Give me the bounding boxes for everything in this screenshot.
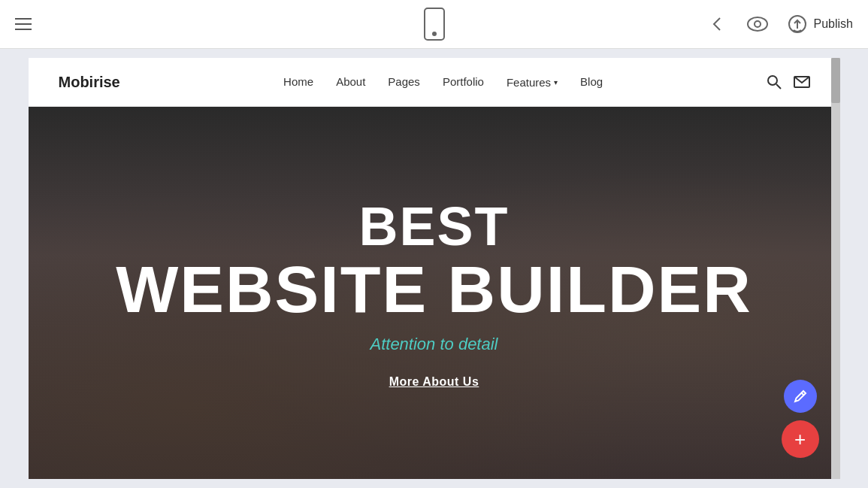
site-logo: Mobirise bbox=[59, 74, 120, 91]
scrollbar-thumb[interactable] bbox=[831, 58, 840, 103]
svg-line-5 bbox=[776, 84, 781, 89]
nav-item-features[interactable]: Features ▾ bbox=[507, 76, 558, 89]
hero-section: BEST WEBSITE BUILDER Attention to detail… bbox=[29, 107, 840, 479]
nav-item-pages[interactable]: Pages bbox=[388, 75, 420, 89]
nav-link-home[interactable]: Home bbox=[283, 75, 313, 88]
search-icon bbox=[767, 74, 782, 89]
eye-icon bbox=[746, 16, 769, 32]
pencil-icon bbox=[793, 389, 808, 404]
preview-button[interactable] bbox=[746, 16, 769, 32]
svg-point-4 bbox=[768, 76, 777, 85]
fab-add-button[interactable]: + bbox=[782, 420, 819, 458]
nav-link-about[interactable]: About bbox=[336, 75, 365, 88]
publish-label: Publish bbox=[814, 17, 853, 31]
mail-button[interactable] bbox=[794, 76, 810, 88]
fab-edit-button[interactable] bbox=[784, 380, 817, 413]
hero-subtitle: Attention to detail bbox=[116, 335, 752, 354]
nav-link-blog[interactable]: Blog bbox=[580, 75, 603, 88]
hero-cta-button[interactable]: More About Us bbox=[389, 375, 479, 389]
mobile-preview-button[interactable] bbox=[424, 8, 445, 41]
toolbar-center bbox=[424, 8, 445, 41]
site-nav-links: Home About Pages Portfolio Features ▾ Bl… bbox=[283, 75, 603, 89]
hero-content: BEST WEBSITE BUILDER Attention to detail… bbox=[116, 197, 752, 389]
fab-container: + bbox=[782, 380, 819, 458]
chevron-down-icon: ▾ bbox=[554, 78, 558, 86]
hamburger-icon bbox=[15, 18, 32, 30]
nav-item-portfolio[interactable]: Portfolio bbox=[443, 75, 484, 89]
menu-button[interactable] bbox=[15, 18, 32, 30]
nav-link-pages[interactable]: Pages bbox=[388, 75, 420, 88]
mobile-icon bbox=[424, 8, 445, 41]
nav-item-blog[interactable]: Blog bbox=[580, 75, 603, 89]
toolbar-right: Publish bbox=[707, 14, 853, 35]
main-area: Mobirise Home About Pages Portfolio Feat… bbox=[0, 49, 868, 488]
upload-icon bbox=[787, 14, 808, 35]
svg-line-7 bbox=[801, 393, 804, 396]
back-icon bbox=[707, 14, 728, 35]
toolbar-left bbox=[15, 18, 32, 30]
hero-title-line1: BEST bbox=[116, 197, 752, 256]
nav-link-features[interactable]: Features bbox=[507, 76, 551, 89]
mail-icon bbox=[794, 76, 810, 88]
back-button[interactable] bbox=[707, 14, 728, 35]
search-button[interactable] bbox=[767, 74, 782, 89]
site-navbar: Mobirise Home About Pages Portfolio Feat… bbox=[29, 58, 840, 107]
nav-item-home[interactable]: Home bbox=[283, 75, 313, 89]
toolbar: Publish bbox=[0, 0, 868, 49]
scrollbar[interactable] bbox=[831, 58, 840, 479]
preview-frame: Mobirise Home About Pages Portfolio Feat… bbox=[29, 58, 840, 479]
nav-item-about[interactable]: About bbox=[336, 75, 365, 89]
svg-point-0 bbox=[748, 17, 767, 31]
hero-title-line2: WEBSITE BUILDER bbox=[116, 256, 752, 323]
site-nav-icons bbox=[767, 74, 810, 89]
plus-icon: + bbox=[794, 428, 806, 451]
publish-button[interactable]: Publish bbox=[787, 14, 853, 35]
nav-link-portfolio[interactable]: Portfolio bbox=[443, 75, 484, 88]
svg-point-1 bbox=[755, 21, 761, 27]
